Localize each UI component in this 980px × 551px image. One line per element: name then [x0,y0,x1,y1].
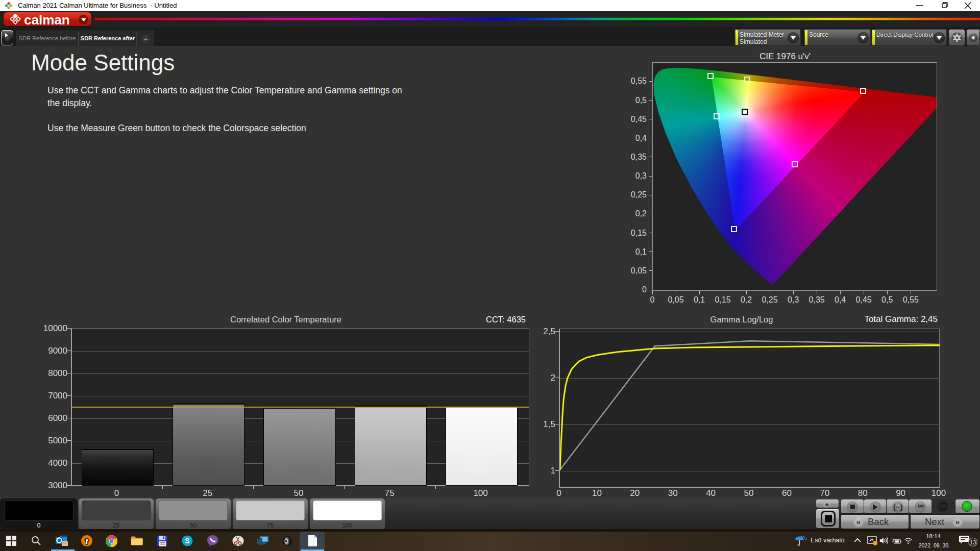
svg-text:13: 13 [970,539,976,545]
svg-text:S: S [185,537,189,545]
